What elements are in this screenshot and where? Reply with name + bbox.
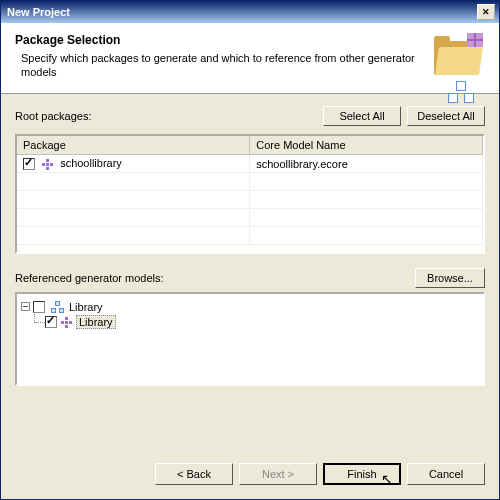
back-button[interactable]: < Back	[155, 463, 233, 485]
tree-child-label: Library	[76, 315, 116, 329]
window-title: New Project	[7, 6, 477, 18]
wizard-header: Package Selection Specify which packages…	[1, 23, 499, 94]
tree-root-label: Library	[67, 301, 105, 313]
tree-item-root[interactable]: − Library	[21, 298, 479, 315]
package-icon	[42, 159, 54, 169]
tree-root-checkbox[interactable]	[33, 301, 45, 313]
tree-item-child[interactable]: Library	[34, 315, 479, 329]
browse-button[interactable]: Browse...	[415, 268, 485, 288]
column-model[interactable]: Core Model Name	[250, 136, 483, 155]
page-title: Package Selection	[15, 33, 420, 47]
wizard-body: Root packages: Select All Deselect All P…	[1, 94, 499, 453]
column-package[interactable]: Package	[17, 136, 250, 155]
select-all-button[interactable]: Select All	[323, 106, 401, 126]
cancel-button[interactable]: Cancel	[407, 463, 485, 485]
deselect-all-button[interactable]: Deselect All	[407, 106, 485, 126]
tree-child-checkbox[interactable]	[45, 316, 57, 328]
button-bar: < Back Next > Finish ↖ Cancel	[1, 453, 499, 499]
close-button[interactable]: ✕	[477, 4, 495, 20]
finish-button[interactable]: Finish ↖	[323, 463, 401, 485]
package-icon	[61, 317, 73, 327]
page-description: Specify which packages to generate and w…	[15, 51, 420, 80]
referenced-models-label: Referenced generator models:	[15, 272, 409, 284]
cursor-icon: ↖	[381, 471, 393, 487]
wizard-banner-icon	[430, 33, 485, 83]
package-name: schoollibrary	[60, 157, 122, 169]
titlebar: New Project ✕	[1, 1, 499, 23]
root-packages-table[interactable]: Package Core Model Name schoollibrary sc…	[15, 134, 485, 254]
model-name: schoollibrary.ecore	[250, 155, 483, 173]
package-checkbox[interactable]	[23, 158, 35, 170]
genmodel-icon	[51, 301, 65, 313]
referenced-models-tree[interactable]: − Library Library	[15, 292, 485, 386]
tree-collapse-icon[interactable]: −	[21, 302, 30, 311]
root-packages-label: Root packages:	[15, 110, 317, 122]
new-project-dialog: New Project ✕ Package Selection Specify …	[0, 0, 500, 500]
next-button: Next >	[239, 463, 317, 485]
table-row[interactable]: schoollibrary schoollibrary.ecore	[17, 155, 483, 173]
